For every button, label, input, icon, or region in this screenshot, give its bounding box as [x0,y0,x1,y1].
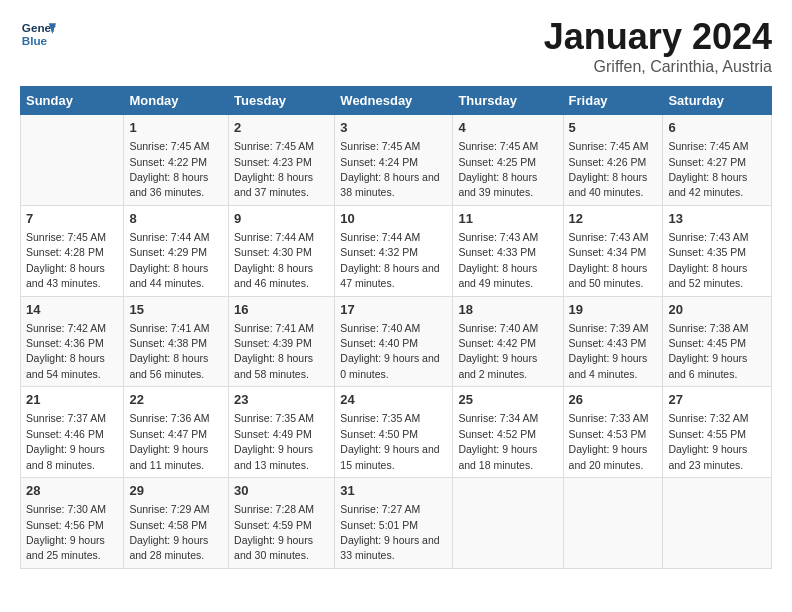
sunrise: Sunrise: 7:43 AM [458,231,538,243]
day-cell: 22 Sunrise: 7:36 AM Sunset: 4:47 PM Dayl… [124,387,229,478]
col-sunday: Sunday [21,87,124,115]
day-cell: 6 Sunrise: 7:45 AM Sunset: 4:27 PM Dayli… [663,115,772,206]
sunrise: Sunrise: 7:36 AM [129,412,209,424]
sunset: Sunset: 4:50 PM [340,428,418,440]
day-cell: 20 Sunrise: 7:38 AM Sunset: 4:45 PM Dayl… [663,296,772,387]
day-number: 18 [458,301,557,319]
daylight: Daylight: 9 hours and 33 minutes. [340,534,439,561]
sunset: Sunset: 5:01 PM [340,519,418,531]
sunset: Sunset: 4:30 PM [234,246,312,258]
day-cell [663,478,772,569]
sunrise: Sunrise: 7:44 AM [234,231,314,243]
day-cell [563,478,663,569]
sunset: Sunset: 4:39 PM [234,337,312,349]
sunset: Sunset: 4:36 PM [26,337,104,349]
daylight: Daylight: 8 hours and 36 minutes. [129,171,208,198]
day-number: 28 [26,482,118,500]
sunset: Sunset: 4:38 PM [129,337,207,349]
week-row-1: 1 Sunrise: 7:45 AM Sunset: 4:22 PM Dayli… [21,115,772,206]
daylight: Daylight: 9 hours and 2 minutes. [458,352,537,379]
day-number: 9 [234,210,329,228]
day-cell: 25 Sunrise: 7:34 AM Sunset: 4:52 PM Dayl… [453,387,563,478]
sunrise: Sunrise: 7:45 AM [340,140,420,152]
daylight: Daylight: 9 hours and 25 minutes. [26,534,105,561]
day-number: 3 [340,119,447,137]
daylight: Daylight: 9 hours and 8 minutes. [26,443,105,470]
day-number: 7 [26,210,118,228]
sunset: Sunset: 4:56 PM [26,519,104,531]
sunrise: Sunrise: 7:34 AM [458,412,538,424]
day-number: 1 [129,119,223,137]
day-cell: 30 Sunrise: 7:28 AM Sunset: 4:59 PM Dayl… [229,478,335,569]
daylight: Daylight: 9 hours and 6 minutes. [668,352,747,379]
sunrise: Sunrise: 7:29 AM [129,503,209,515]
day-cell: 16 Sunrise: 7:41 AM Sunset: 4:39 PM Dayl… [229,296,335,387]
daylight: Daylight: 9 hours and 11 minutes. [129,443,208,470]
sunset: Sunset: 4:32 PM [340,246,418,258]
sunset: Sunset: 4:49 PM [234,428,312,440]
sunset: Sunset: 4:45 PM [668,337,746,349]
day-number: 12 [569,210,658,228]
day-number: 13 [668,210,766,228]
day-cell: 18 Sunrise: 7:40 AM Sunset: 4:42 PM Dayl… [453,296,563,387]
day-number: 11 [458,210,557,228]
daylight: Daylight: 9 hours and 4 minutes. [569,352,648,379]
sunset: Sunset: 4:25 PM [458,156,536,168]
sunrise: Sunrise: 7:43 AM [668,231,748,243]
sunrise: Sunrise: 7:45 AM [569,140,649,152]
daylight: Daylight: 9 hours and 20 minutes. [569,443,648,470]
daylight: Daylight: 8 hours and 58 minutes. [234,352,313,379]
day-cell: 28 Sunrise: 7:30 AM Sunset: 4:56 PM Dayl… [21,478,124,569]
sunrise: Sunrise: 7:41 AM [234,322,314,334]
daylight: Daylight: 9 hours and 13 minutes. [234,443,313,470]
sunrise: Sunrise: 7:37 AM [26,412,106,424]
daylight: Daylight: 8 hours and 44 minutes. [129,262,208,289]
main-title: January 2024 [544,16,772,58]
title-area: January 2024 Griffen, Carinthia, Austria [544,16,772,76]
svg-text:Blue: Blue [22,34,48,47]
sunset: Sunset: 4:23 PM [234,156,312,168]
sunset: Sunset: 4:58 PM [129,519,207,531]
logo: General Blue [20,16,56,52]
daylight: Daylight: 8 hours and 47 minutes. [340,262,439,289]
daylight: Daylight: 8 hours and 43 minutes. [26,262,105,289]
day-cell: 9 Sunrise: 7:44 AM Sunset: 4:30 PM Dayli… [229,205,335,296]
day-number: 10 [340,210,447,228]
sunset: Sunset: 4:26 PM [569,156,647,168]
sunrise: Sunrise: 7:45 AM [26,231,106,243]
sunset: Sunset: 4:40 PM [340,337,418,349]
sunrise: Sunrise: 7:45 AM [234,140,314,152]
logo-icon: General Blue [20,16,56,52]
day-number: 30 [234,482,329,500]
day-number: 31 [340,482,447,500]
sunset: Sunset: 4:53 PM [569,428,647,440]
daylight: Daylight: 9 hours and 30 minutes. [234,534,313,561]
sunset: Sunset: 4:42 PM [458,337,536,349]
day-cell: 1 Sunrise: 7:45 AM Sunset: 4:22 PM Dayli… [124,115,229,206]
col-monday: Monday [124,87,229,115]
day-number: 8 [129,210,223,228]
daylight: Daylight: 8 hours and 40 minutes. [569,171,648,198]
day-cell: 4 Sunrise: 7:45 AM Sunset: 4:25 PM Dayli… [453,115,563,206]
sunrise: Sunrise: 7:45 AM [458,140,538,152]
sunrise: Sunrise: 7:28 AM [234,503,314,515]
day-number: 19 [569,301,658,319]
day-cell: 17 Sunrise: 7:40 AM Sunset: 4:40 PM Dayl… [335,296,453,387]
day-number: 6 [668,119,766,137]
sunset: Sunset: 4:34 PM [569,246,647,258]
daylight: Daylight: 9 hours and 0 minutes. [340,352,439,379]
week-row-4: 21 Sunrise: 7:37 AM Sunset: 4:46 PM Dayl… [21,387,772,478]
day-cell: 3 Sunrise: 7:45 AM Sunset: 4:24 PM Dayli… [335,115,453,206]
sunset: Sunset: 4:46 PM [26,428,104,440]
day-cell: 15 Sunrise: 7:41 AM Sunset: 4:38 PM Dayl… [124,296,229,387]
subtitle: Griffen, Carinthia, Austria [544,58,772,76]
sunrise: Sunrise: 7:39 AM [569,322,649,334]
day-number: 29 [129,482,223,500]
daylight: Daylight: 8 hours and 50 minutes. [569,262,648,289]
sunset: Sunset: 4:35 PM [668,246,746,258]
calendar-table: Sunday Monday Tuesday Wednesday Thursday… [20,86,772,569]
day-cell: 23 Sunrise: 7:35 AM Sunset: 4:49 PM Dayl… [229,387,335,478]
day-number: 4 [458,119,557,137]
sunset: Sunset: 4:43 PM [569,337,647,349]
sunrise: Sunrise: 7:35 AM [234,412,314,424]
